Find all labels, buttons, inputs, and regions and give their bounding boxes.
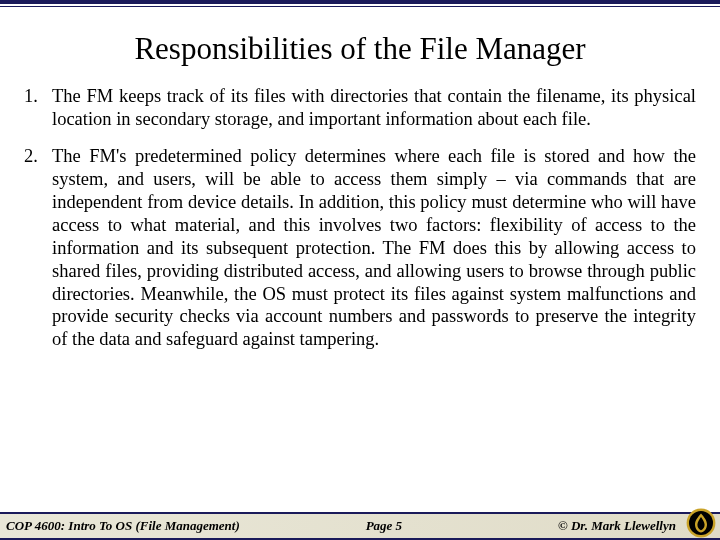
item-number: 1. — [24, 85, 52, 131]
item-text: The FM keeps track of its files with dir… — [52, 85, 696, 131]
slide-content: Responsibilities of the File Manager 1. … — [0, 7, 720, 351]
footer-bar: COP 4600: Intro To OS (File Management) … — [0, 512, 720, 540]
footer-left: COP 4600: Intro To OS (File Management) — [6, 518, 240, 534]
ucf-logo-icon — [686, 508, 716, 538]
footer-page: Page 5 — [210, 518, 558, 534]
top-thick-rule — [0, 0, 720, 4]
footer-right: © Dr. Mark Llewellyn — [558, 518, 676, 534]
list-item: 1. The FM keeps track of its files with … — [24, 85, 696, 131]
numbered-list: 1. The FM keeps track of its files with … — [24, 85, 696, 351]
list-item: 2. The FM's predetermined policy determi… — [24, 145, 696, 351]
slide-title: Responsibilities of the File Manager — [24, 31, 696, 67]
item-text: The FM's predetermined policy determines… — [52, 145, 696, 351]
item-number: 2. — [24, 145, 52, 351]
